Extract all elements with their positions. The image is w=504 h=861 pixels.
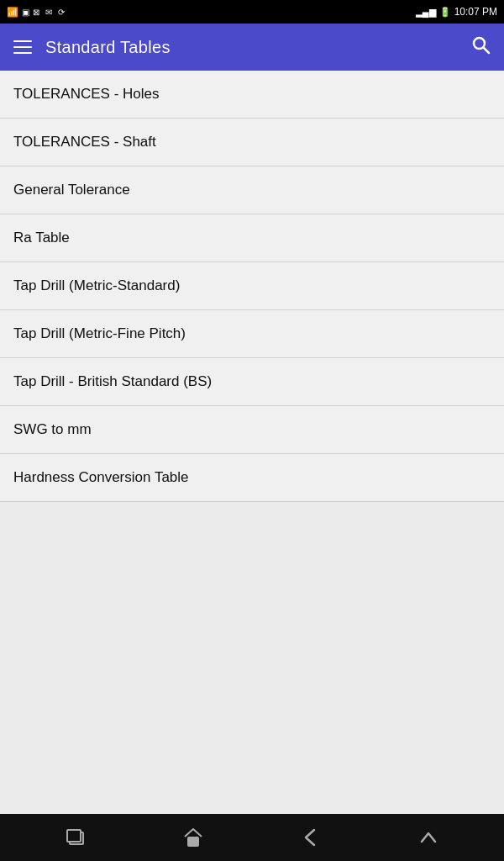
list-item[interactable]: Tap Drill (Metric-Standard) (0, 262, 504, 310)
svg-rect-3 (67, 830, 81, 842)
list-item-label: Hardness Conversion Table (13, 469, 189, 486)
time-display: 10:07 PM (454, 6, 497, 18)
list-item[interactable]: TOLERANCES - Holes (0, 71, 504, 119)
status-bar-icons-left: 📶 ▣ ⊠ ✉ ⟳ (7, 7, 66, 18)
menu-icon[interactable] (13, 40, 32, 54)
page-title: Standard Tables (45, 38, 171, 57)
list-item-label: Tap Drill - British Standard (BS) (13, 373, 212, 390)
list-item[interactable]: Tap Drill - British Standard (BS) (0, 358, 504, 406)
wifi-icon: ▣ (22, 8, 29, 17)
recent-apps-button[interactable] (50, 821, 101, 854)
home-button[interactable] (168, 821, 218, 854)
up-button[interactable] (403, 821, 454, 854)
list-item-label: TOLERANCES - Holes (13, 86, 160, 103)
list-item[interactable]: Hardness Conversion Table (0, 454, 504, 502)
signal-bars-icon: ▂▄▆ (416, 7, 436, 18)
list-item-label: SWG to mm (13, 421, 92, 438)
app-bar: Standard Tables (0, 24, 504, 71)
notification-icons: ⊠ ✉ ⟳ (33, 8, 66, 17)
battery-icon: 🔋 (439, 7, 451, 18)
list-container: TOLERANCES - Holes TOLERANCES - Shaft Ge… (0, 71, 504, 814)
list-item-label: Ra Table (13, 230, 70, 246)
list-item-label: Tap Drill (Metric-Fine Pitch) (13, 325, 186, 342)
app-bar-left: Standard Tables (13, 38, 171, 57)
back-button[interactable] (286, 821, 336, 854)
search-icon[interactable] (470, 34, 491, 60)
status-bar: 📶 ▣ ⊠ ✉ ⟳ ▂▄▆ 🔋 10:07 PM (0, 0, 504, 24)
list-item[interactable]: Tap Drill (Metric-Fine Pitch) (0, 310, 504, 358)
list-item[interactable]: TOLERANCES - Shaft (0, 119, 504, 166)
list-item[interactable]: Ra Table (0, 214, 504, 262)
list-item[interactable]: General Tolerance (0, 166, 504, 214)
list-item[interactable]: SWG to mm (0, 406, 504, 454)
list-item-label: TOLERANCES - Shaft (13, 134, 156, 151)
list-item-label: Tap Drill (Metric-Standard) (13, 277, 180, 294)
nav-bar (0, 814, 504, 861)
status-bar-right: ▂▄▆ 🔋 10:07 PM (416, 6, 497, 18)
list-item-label: General Tolerance (13, 182, 130, 198)
svg-line-1 (484, 48, 490, 54)
signal-icon: 📶 (7, 7, 18, 18)
svg-rect-4 (188, 837, 198, 846)
